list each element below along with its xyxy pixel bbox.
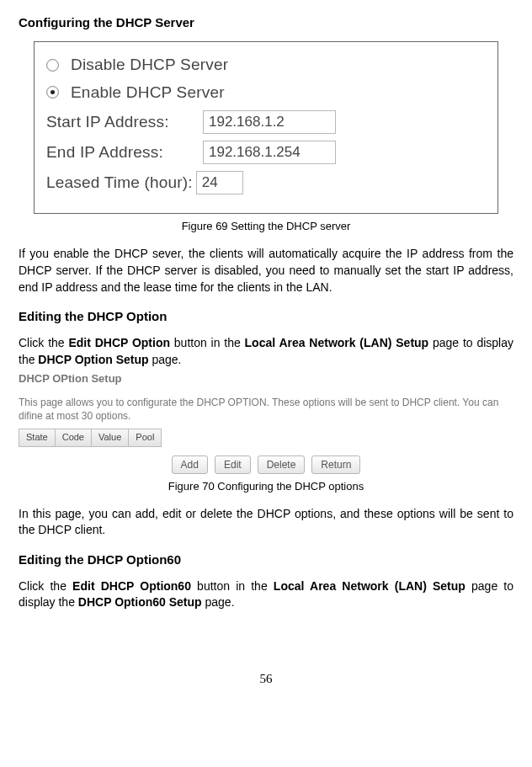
delete-button[interactable]: Delete [258, 455, 306, 474]
text: button in the [191, 579, 274, 593]
text: page. [149, 353, 182, 366]
radio-label: Enable DHCP Server [71, 82, 225, 104]
label-start-ip: Start IP Address: [46, 111, 200, 134]
paragraph-dhcp-enable-desc: If you enable the DHCP sever, the client… [19, 246, 513, 296]
field-end-ip: End IP Address: [46, 141, 486, 164]
paragraph-edit-option-instruction: Click the Edit DHCP Option button in the… [19, 335, 513, 368]
button-row: Add Edit Delete Return [19, 455, 513, 474]
field-start-ip: Start IP Address: [46, 110, 486, 134]
figure-dhcp-server-settings: Disable DHCP Server Enable DHCP Server S… [34, 41, 498, 214]
bold-lan-setup: Local Area Network (LAN) Setup [245, 336, 429, 349]
text: Click the [19, 579, 72, 593]
label-leased-time: Leased Time (hour): [46, 172, 193, 194]
text: Click the [19, 336, 68, 349]
col-code: Code [56, 429, 92, 446]
caption-figure-69: Figure 69 Setting the DHCP server [19, 219, 513, 234]
text: button in the [170, 336, 245, 349]
bold-edit-dhcp-option60: Edit DHCP Option60 [72, 579, 191, 593]
edit-button[interactable]: Edit [215, 455, 251, 474]
add-button[interactable]: Add [172, 455, 208, 474]
input-end-ip[interactable] [203, 141, 336, 164]
radio-enable-dhcp[interactable]: Enable DHCP Server [46, 82, 486, 104]
heading-configuring-dhcp: Configuring the DHCP Server [19, 13, 513, 31]
bold-dhcp-option-setup: DHCP Option Setup [38, 353, 148, 366]
label-end-ip: End IP Address: [46, 141, 200, 164]
col-state: State [19, 429, 56, 446]
text: page. [202, 595, 235, 609]
bold-edit-dhcp-option: Edit DHCP Option [68, 336, 170, 349]
figure-dhcp-option-setup: DHCP OPtion Setup This page allows you t… [19, 371, 513, 473]
radio-icon [46, 59, 59, 72]
input-start-ip[interactable] [203, 110, 336, 134]
input-leased-time[interactable] [196, 171, 243, 194]
field-leased-time: Leased Time (hour): [46, 171, 486, 194]
table-header-row: State Code Value Pool [19, 429, 513, 446]
paragraph-edit-option60-instruction: Click the Edit DHCP Option60 button in t… [19, 578, 513, 611]
caption-figure-70: Figure 70 Configuring the DHCP options [19, 479, 513, 494]
page-number: 56 [19, 670, 513, 688]
radio-icon-selected [46, 86, 59, 99]
bold-lan-setup: Local Area Network (LAN) Setup [274, 579, 466, 593]
col-pool: Pool [129, 429, 162, 446]
radio-disable-dhcp[interactable]: Disable DHCP Server [46, 54, 486, 77]
heading-editing-dhcp-option: Editing the DHCP Option [19, 307, 513, 325]
panel-description: This page allows you to configurate the … [19, 396, 513, 424]
paragraph-option-desc: In this page, you can add, edit or delet… [19, 506, 513, 539]
radio-label: Disable DHCP Server [71, 54, 228, 77]
heading-editing-dhcp-option60: Editing the DHCP Option60 [19, 551, 513, 568]
panel-title: DHCP OPtion Setup [19, 371, 513, 386]
return-button[interactable]: Return [311, 455, 360, 474]
col-value: Value [92, 429, 129, 446]
bold-dhcp-option60-setup: DHCP Option60 Setup [78, 595, 202, 609]
